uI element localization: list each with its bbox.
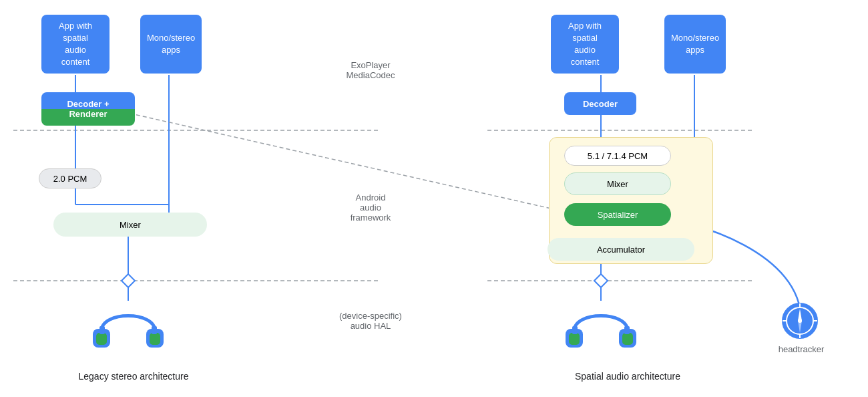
center-hal-label: (device-specific) audio HAL	[327, 311, 414, 331]
left-mono-stereo-box: Mono/stereo apps	[140, 15, 202, 74]
right-mono-stereo-box: Mono/stereo apps	[664, 15, 726, 74]
svg-rect-31	[152, 326, 157, 334]
svg-rect-37	[624, 326, 630, 334]
left-decoder-renderer-box: Decoder + Renderer	[41, 92, 135, 126]
right-arch-label: Spatial audio architecture	[548, 371, 708, 382]
right-accumulator-box: Accumulator	[548, 238, 694, 261]
headtracker-label: headtracker	[775, 344, 828, 354]
right-decoder-box: Decoder	[564, 92, 636, 115]
svg-rect-36	[572, 326, 578, 334]
diagram-container: App with spatial audio content Mono/ster…	[0, 0, 868, 397]
center-android-label: Android audio framework	[327, 192, 414, 223]
center-exoplayer-label: ExoPlayer MediaCodec	[327, 60, 414, 80]
svg-rect-30	[99, 326, 105, 334]
svg-marker-24	[594, 274, 608, 287]
right-app-spatial-box: App with spatial audio content	[551, 15, 619, 74]
svg-rect-35	[622, 333, 633, 345]
left-app-spatial-box: App with spatial audio content	[41, 15, 110, 74]
left-mixer-box: Mixer	[53, 213, 207, 237]
svg-rect-27	[96, 333, 107, 345]
right-mixer-box: Mixer	[564, 172, 671, 195]
svg-point-42	[798, 319, 802, 323]
left-arch-label: Legacy stereo architecture	[53, 371, 214, 382]
left-pcm-label: 2.0 PCM	[39, 168, 101, 188]
left-headphone-icon	[89, 301, 167, 354]
right-spatializer-box: Spatializer	[564, 203, 671, 226]
svg-rect-33	[569, 333, 580, 345]
svg-rect-29	[150, 333, 160, 345]
headtracker-icon	[781, 302, 819, 340]
right-headphone-icon	[562, 301, 640, 354]
svg-marker-13	[122, 274, 135, 287]
right-pcm-label: 5.1 / 7.1.4 PCM	[564, 146, 671, 166]
